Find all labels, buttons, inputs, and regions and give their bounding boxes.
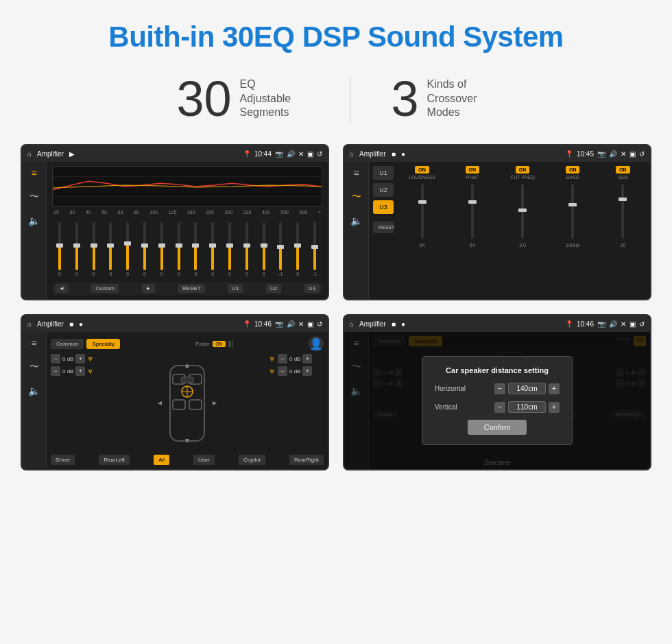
location-icon-2: 📍 xyxy=(565,150,573,158)
status-bar-4: ⌂ Amplifier ■ ● 📍 10:46 📷 🔊 ✕ ▣ ↺ xyxy=(344,315,650,332)
slider-400: 0 xyxy=(256,222,272,276)
amplifier-label-1: Amplifier xyxy=(37,150,64,158)
db-plus-tr[interactable]: + xyxy=(302,354,312,363)
home-icon-4[interactable]: ⌂ xyxy=(350,320,354,328)
db-plus-br[interactable]: + xyxy=(302,366,312,376)
back-icon-2[interactable]: ↺ xyxy=(639,150,645,158)
close-icon-1: ✕ xyxy=(298,150,304,158)
db-plus-bl[interactable]: + xyxy=(75,366,85,376)
db-control-tr: ⛛ − 0 dB + xyxy=(269,354,324,363)
eq-u3-btn[interactable]: U3 xyxy=(304,284,320,293)
fader-slider[interactable]: ||| xyxy=(228,340,233,347)
db-minus-tr[interactable]: − xyxy=(278,354,287,363)
horizontal-plus[interactable]: + xyxy=(549,383,560,394)
stat-eq-number: 30 xyxy=(176,74,231,123)
speaker-icon-3[interactable]: 🔈 xyxy=(28,385,40,396)
channel-sub: ON SUB 20 xyxy=(600,166,646,295)
channel-loudness: ON LOUDNESS 64 xyxy=(399,166,445,295)
on-phat[interactable]: ON xyxy=(466,166,480,174)
db-minus-br[interactable]: − xyxy=(278,366,287,376)
user-btn[interactable]: User xyxy=(193,455,215,465)
horizontal-minus[interactable]: − xyxy=(494,383,505,394)
all-btn[interactable]: All xyxy=(154,455,169,465)
eq-icon-2[interactable]: ≡ xyxy=(353,167,359,178)
on-cutfreq[interactable]: ON xyxy=(516,166,530,174)
rearright-btn[interactable]: RearRight xyxy=(289,455,324,465)
db-controls-right: ⛛ − 0 dB + ⛛ − 0 dB + xyxy=(269,354,324,452)
waveform-icon-2[interactable]: 〜 xyxy=(352,191,361,203)
svg-rect-9 xyxy=(181,377,193,383)
db-control-tl: − 0 dB + ⛛ xyxy=(51,354,106,363)
slider-200: 0 xyxy=(205,222,220,276)
speaker-content: − 0 dB + ⛛ − 0 dB + ⛛ xyxy=(51,354,324,452)
time-2: 10:45 xyxy=(577,150,594,158)
camera-icon-1: 📷 xyxy=(275,150,283,158)
preset-u3[interactable]: U3 xyxy=(373,200,394,214)
rearleft-btn[interactable]: RearLeft xyxy=(99,455,130,465)
screen-crossover: ⌂ Amplifier ■ ● 📍 10:45 📷 🔊 ✕ ▣ ↺ ≡ 〜 🔈 xyxy=(343,144,651,300)
eq-next-btn[interactable]: ► xyxy=(142,284,156,293)
speaker-tr: ⛛ xyxy=(269,355,276,363)
eq-u2-btn[interactable]: U2 xyxy=(266,284,281,293)
volume-icon-2: 🔊 xyxy=(609,150,617,158)
eq-u1-btn[interactable]: U1 xyxy=(228,284,243,293)
db-minus-tl[interactable]: − xyxy=(51,354,60,363)
speaker-top: Common Specialty Fader ON ||| 👤 xyxy=(51,336,324,351)
home-icon-1[interactable]: ⌂ xyxy=(27,150,32,158)
back-icon-4[interactable]: ↺ xyxy=(639,320,645,328)
back-icon-3[interactable]: ↺ xyxy=(317,320,322,328)
eq-icon-3[interactable]: ≡ xyxy=(31,337,36,348)
home-icon-3[interactable]: ⌂ xyxy=(27,320,32,328)
preset-u1[interactable]: U1 xyxy=(373,166,394,180)
speaker-icon-2[interactable]: 🔈 xyxy=(350,215,362,226)
on-bass[interactable]: ON xyxy=(566,166,580,174)
location-icon-1: 📍 xyxy=(243,150,251,158)
slider-100: 0 xyxy=(154,222,169,276)
stat-eq: 30 EQ Adjustable Segments xyxy=(135,74,349,123)
stat-eq-label: EQ Adjustable Segments xyxy=(240,77,309,120)
eq-prev-btn[interactable]: ◄ xyxy=(55,284,69,293)
on-sub[interactable]: ON xyxy=(616,166,630,174)
reset-btn-2[interactable]: RESET xyxy=(373,222,394,233)
slider-50: 0 xyxy=(103,222,118,276)
channel-bass: ON BASS 100Hz xyxy=(550,166,596,295)
profile-icon[interactable]: 👤 xyxy=(309,336,324,351)
vertical-control: − 110cm + xyxy=(494,401,560,413)
eq-icon[interactable]: ≡ xyxy=(31,167,36,178)
preset-u2[interactable]: U2 xyxy=(373,183,394,197)
driver-btn[interactable]: Driver xyxy=(51,455,75,465)
copilot-btn[interactable]: Copilot xyxy=(239,455,265,465)
camera-icon-3: 📷 xyxy=(275,320,283,328)
vertical-plus[interactable]: + xyxy=(549,402,560,413)
waveform-icon-3[interactable]: 〜 xyxy=(29,361,39,373)
waveform-icon[interactable]: 〜 xyxy=(29,191,39,203)
dot-icon-2: ● xyxy=(401,150,405,158)
settings-icon-4: ■ xyxy=(392,320,396,328)
on-loudness[interactable]: ON xyxy=(415,166,429,174)
confirm-button[interactable]: Confirm xyxy=(468,420,527,435)
vertical-value: 110cm xyxy=(508,401,546,413)
db-minus-bl[interactable]: − xyxy=(51,366,60,376)
time-3: 10:46 xyxy=(254,320,272,328)
screen-eq: ⌂ Amplifier ▶ 📍 10:44 📷 🔊 ✕ ▣ ↺ ≡ 〜 🔈 xyxy=(21,144,329,300)
back-icon-1[interactable]: ↺ xyxy=(317,150,322,158)
eq-reset-btn[interactable]: RESET xyxy=(178,284,205,293)
home-icon-2[interactable]: ⌂ xyxy=(350,150,354,158)
vertical-minus[interactable]: − xyxy=(494,402,505,413)
speaker-icon[interactable]: 🔈 xyxy=(28,215,40,226)
tab-specialty[interactable]: Specialty xyxy=(86,339,119,349)
fader-label: Fader xyxy=(195,341,210,347)
tab-common[interactable]: Common xyxy=(51,339,84,349)
close-icon-4: ✕ xyxy=(621,320,626,328)
screen-speaker: ⌂ Amplifier ■ ● 📍 10:46 📷 🔊 ✕ ▣ ↺ ≡ 〜 🔈 xyxy=(21,314,329,470)
window-icon-4: ▣ xyxy=(629,320,636,328)
eq-sliders: 0 0 0 0 5 xyxy=(52,217,322,279)
eq-custom-btn[interactable]: Custom xyxy=(91,284,119,293)
stat-crossover: 3 Kinds of Crossover Modes xyxy=(350,74,537,123)
eq-freq-labels: 25 32 40 50 63 80 100 125 160 200 250 32… xyxy=(52,210,322,215)
svg-rect-7 xyxy=(173,400,185,409)
slider-80: 0 xyxy=(137,222,152,276)
db-plus-tl[interactable]: + xyxy=(75,354,85,363)
svg-rect-8 xyxy=(189,400,202,409)
volume-icon-4: 🔊 xyxy=(609,320,617,328)
